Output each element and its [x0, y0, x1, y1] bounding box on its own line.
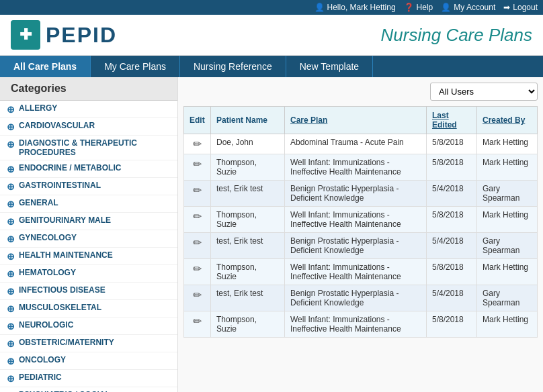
edit-icon[interactable]: ✏	[193, 289, 202, 301]
last-edited-cell: 5/4/2018	[427, 233, 477, 259]
plus-icon: ⊕	[7, 104, 15, 115]
sidebar-item-label: DIAGNOSTIC & THERAPEUTIC PROCEDURES	[19, 138, 171, 157]
sidebar-item[interactable]: ⊕ALLERGY	[0, 101, 177, 118]
user-filter-select[interactable]: All Users Mark Hetting Gary Spearman	[430, 83, 538, 101]
logo-icon: ✚	[11, 20, 40, 50]
edit-cell[interactable]: ✏	[184, 154, 211, 181]
care-plan-cell: Well Infant: Immunizations - Ineffective…	[285, 311, 427, 338]
plus-icon: ⊕	[7, 268, 15, 279]
edit-icon[interactable]: ✏	[193, 185, 202, 196]
edit-cell[interactable]: ✏	[184, 134, 211, 154]
patient-name-cell: Thompson, Suzie	[211, 154, 285, 181]
sidebar-item[interactable]: ⊕ONCOLOGY	[0, 352, 177, 370]
col-last-edited[interactable]: LastEdited	[427, 107, 477, 134]
col-edit: Edit	[184, 107, 211, 134]
plus-icon: ⊕	[7, 216, 15, 227]
content-area: All Users Mark Hetting Gary Spearman Edi…	[178, 77, 543, 392]
edit-icon[interactable]: ✏	[193, 158, 202, 170]
tab-my-care-plans[interactable]: My Care Plans	[91, 56, 180, 77]
sidebar-item-label: ENDOCRINE / METABOLIC	[19, 163, 121, 173]
main-layout: Categories ⊕ALLERGY⊕CARDIOVASCULAR⊕DIAGN…	[0, 77, 543, 392]
sidebar-item[interactable]: ⊕INFECTIOUS DISEASE	[0, 283, 177, 300]
sidebar-item-label: MUSCULOSKELETAL	[19, 303, 101, 312]
tab-new-template[interactable]: New Template	[286, 56, 373, 77]
sidebar-item[interactable]: ⊕NEUROLOGIC	[0, 317, 177, 335]
table-row: ✏ Doe, John Abdominal Trauma - Acute Pai…	[184, 134, 538, 154]
created-by-cell: Mark Hetting	[477, 134, 538, 154]
sidebar-item[interactable]: ⊕CARDIOVASCULAR	[0, 118, 177, 136]
plus-icon: ⊕	[7, 373, 15, 384]
sidebar-item-label: GYNECOLOGY	[19, 233, 77, 242]
sidebar-item-label: GASTROINTESTINAL	[19, 181, 101, 190]
table-row: ✏ test, Erik test Benign Prostatic Hyper…	[184, 285, 538, 311]
content-toolbar: All Users Mark Hetting Gary Spearman	[183, 83, 538, 101]
care-table: Edit Patient Name Care Plan LastEdited C…	[183, 106, 538, 338]
care-plan-cell: Well Infant: Immunizations - Ineffective…	[285, 259, 427, 285]
table-row: ✏ Thompson, Suzie Well Infant: Immunizat…	[184, 259, 538, 285]
edit-cell[interactable]: ✏	[184, 207, 211, 233]
plus-icon: ⊕	[7, 181, 15, 192]
top-bar: 👤 Hello, Mark Hetting ❓ Help 👤 My Accoun…	[0, 0, 543, 15]
sidebar-item-label: GENITOURINARY MALE	[19, 215, 111, 225]
table-row: ✏ Thompson, Suzie Well Infant: Immunizat…	[184, 311, 538, 338]
sidebar-item[interactable]: ⊕PEDIATRIC	[0, 370, 177, 387]
last-edited-cell: 5/8/2018	[427, 207, 477, 233]
edit-icon[interactable]: ✏	[193, 211, 202, 222]
edit-icon[interactable]: ✏	[193, 138, 202, 150]
account-label: My Account	[454, 3, 495, 12]
edit-icon[interactable]: ✏	[193, 263, 202, 275]
sidebar-item[interactable]: ⊕MUSCULOSKELETAL	[0, 300, 177, 317]
created-by-cell: Gary Spearman	[477, 233, 538, 259]
sidebar-item-label: NEUROLOGIC	[19, 320, 73, 330]
sidebar-item-label: OBSTETRIC/MATERNITY	[19, 338, 114, 347]
last-edited-cell: 5/8/2018	[427, 134, 477, 154]
plus-icon: ⊕	[7, 286, 15, 297]
sidebar-item[interactable]: ⊕OBSTETRIC/MATERNITY	[0, 335, 177, 352]
help-button[interactable]: ❓ Help	[404, 3, 433, 12]
sidebar-item[interactable]: ⊕PSYCHIATRIC / SOCIAL	[0, 387, 177, 392]
last-edited-cell: 5/8/2018	[427, 154, 477, 181]
edit-cell[interactable]: ✏	[184, 285, 211, 311]
patient-name-cell: test, Erik test	[211, 285, 285, 311]
sidebar-item[interactable]: ⊕GYNECOLOGY	[0, 230, 177, 248]
header: ✚ PEPID Nursing Care Plans	[0, 15, 543, 56]
table-row: ✏ Thompson, Suzie Well Infant: Immunizat…	[184, 207, 538, 233]
sidebar-item[interactable]: ⊕ENDOCRINE / METABOLIC	[0, 160, 177, 178]
sidebar-item[interactable]: ⊕GASTROINTESTINAL	[0, 178, 177, 195]
edit-cell[interactable]: ✏	[184, 311, 211, 338]
sidebar-item[interactable]: ⊕DIAGNOSTIC & THERAPEUTIC PROCEDURES	[0, 136, 177, 160]
sidebar-item[interactable]: ⊕GENERAL	[0, 195, 177, 213]
sidebar-item[interactable]: ⊕HEALTH MAINTENANCE	[0, 248, 177, 265]
patient-name-cell: test, Erik test	[211, 181, 285, 207]
edit-icon[interactable]: ✏	[193, 315, 202, 327]
sidebar-item[interactable]: ⊕GENITOURINARY MALE	[0, 213, 177, 230]
created-by-cell: Mark Hetting	[477, 154, 538, 181]
sidebar-item-label: CARDIOVASCULAR	[19, 121, 95, 130]
col-care-plan[interactable]: Care Plan	[285, 107, 427, 134]
tab-all-care-plans[interactable]: All Care Plans	[0, 56, 91, 77]
sidebar-item-label: HEMATOLOGY	[19, 268, 76, 277]
sidebar-item[interactable]: ⊕HEMATOLOGY	[0, 265, 177, 283]
tab-nursing-reference[interactable]: Nursing Reference	[180, 56, 286, 77]
patient-name-cell: Thompson, Suzie	[211, 259, 285, 285]
sidebar-item-label: INFECTIOUS DISEASE	[19, 285, 106, 295]
col-created-by[interactable]: Created By	[477, 107, 538, 134]
plus-icon: ⊕	[7, 303, 15, 314]
col-patient-name: Patient Name	[211, 107, 285, 134]
plus-icon: ⊕	[7, 164, 15, 175]
created-by-cell: Mark Hetting	[477, 207, 538, 233]
nav-tabs: All Care Plans My Care Plans Nursing Ref…	[0, 56, 543, 77]
plus-icon: ⊕	[7, 199, 15, 209]
sidebar-item-label: PEDIATRIC	[19, 373, 62, 382]
plus-icon: ⊕	[7, 356, 15, 366]
edit-cell[interactable]: ✏	[184, 259, 211, 285]
logout-button[interactable]: ➡ Logout	[503, 3, 538, 12]
edit-icon[interactable]: ✏	[193, 237, 202, 248]
account-button[interactable]: 👤 My Account	[441, 3, 495, 12]
edit-cell[interactable]: ✏	[184, 233, 211, 259]
edit-cell[interactable]: ✏	[184, 181, 211, 207]
help-icon: ❓	[404, 3, 414, 12]
last-edited-cell: 5/8/2018	[427, 311, 477, 338]
care-plan-cell: Benign Prostatic Hyperplasia - Deficient…	[285, 285, 427, 311]
care-plan-cell: Benign Prostatic Hyperplasia - Deficient…	[285, 233, 427, 259]
